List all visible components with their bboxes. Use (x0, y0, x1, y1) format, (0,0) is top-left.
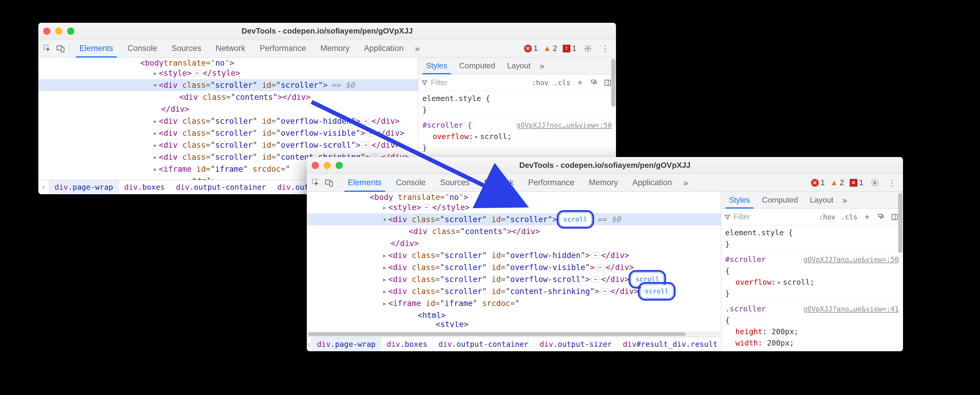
breadcrumb-item[interactable]: div.output-sizer (534, 337, 617, 351)
collapse-arrow-icon[interactable]: ▾ (152, 79, 158, 91)
warnings-badge[interactable]: ▲ 2 (830, 178, 844, 187)
expand-value-icon[interactable]: ▸ (474, 132, 479, 141)
expand-arrow-icon[interactable]: ▸ (382, 273, 388, 285)
dom-line-selected[interactable]: ▾ <div class="scroller" id="scroller"> =… (38, 79, 418, 91)
errors-badge[interactable]: ✕ 1 (524, 44, 538, 53)
ellipsis-pill[interactable]: ⋯ (422, 204, 431, 211)
inspect-element-icon[interactable] (41, 43, 53, 54)
dom-line[interactable]: ▸ <iframe id="iframe" srcdoc=" (307, 297, 721, 309)
breadcrumb-item[interactable]: div.page-wrap (312, 337, 382, 351)
side-tab-styles[interactable]: Styles (420, 57, 453, 74)
expand-arrow-icon[interactable]: ▸ (382, 285, 388, 297)
settings-icon[interactable] (869, 177, 881, 189)
css-property[interactable]: height: 200px; (725, 326, 899, 338)
expand-arrow-icon[interactable]: ▸ (382, 261, 388, 273)
dom-line[interactable]: ▸ <div class="scroller" id="overflow-hid… (38, 115, 418, 127)
expand-arrow-icon[interactable]: ▸ (152, 163, 158, 175)
more-tabs-icon[interactable]: » (411, 43, 423, 54)
new-style-rule-icon[interactable]: + (862, 212, 872, 222)
minimize-window-button[interactable] (324, 162, 331, 169)
close-window-button[interactable] (312, 162, 319, 169)
expand-value-icon[interactable]: ▸ (777, 278, 782, 287)
breadcrumb-item[interactable]: div.output-container (170, 180, 272, 194)
kebab-menu-icon[interactable]: ⋮ (599, 43, 611, 54)
expand-arrow-icon[interactable]: ▸ (382, 297, 388, 309)
tab-sources[interactable]: Sources (165, 40, 208, 57)
settings-icon[interactable] (582, 43, 594, 54)
more-tabs-icon[interactable]: » (680, 177, 692, 189)
tab-network[interactable]: Network (209, 40, 252, 57)
tab-performance[interactable]: Performance (522, 174, 581, 192)
hov-toggle[interactable]: :hov (818, 213, 837, 221)
dom-line[interactable]: <html> (307, 309, 721, 321)
tab-memory[interactable]: Memory (582, 174, 625, 192)
cls-toggle[interactable]: .cls (840, 213, 859, 221)
dom-line[interactable]: <body translate="no"> (307, 193, 721, 201)
side-more-tabs-icon[interactable]: » (536, 57, 548, 74)
rule-scroller[interactable]: gOVpXJJ?noc…ue&view=:50 #scroller { over… (422, 119, 612, 154)
paint-icon[interactable] (589, 77, 599, 88)
expand-arrow-icon[interactable]: ▸ (152, 115, 158, 127)
expand-arrow-icon[interactable]: ▸ (382, 201, 388, 213)
dom-line[interactable]: <div class="contents"></div> (38, 91, 418, 103)
dom-line[interactable]: ▸ <div class="scroller" id="overflow-vis… (307, 261, 721, 273)
rule-element-style[interactable]: element.style { } (422, 93, 612, 116)
tab-elements[interactable]: Elements (341, 174, 388, 192)
breadcrumb-item[interactable]: div.boxes (119, 180, 170, 194)
hov-toggle[interactable]: :hov (531, 79, 549, 87)
dom-line[interactable]: ▸ <div class="scroller" id="overflow-vis… (38, 127, 418, 139)
minimize-window-button[interactable] (55, 27, 62, 35)
ellipsis-pill[interactable]: ⋯ (362, 118, 370, 124)
vertical-scrollbar[interactable] (898, 193, 902, 350)
expand-arrow-icon[interactable]: ▸ (152, 67, 158, 79)
inspect-element-icon[interactable] (310, 177, 322, 189)
ellipsis-pill[interactable]: ⋯ (362, 142, 370, 148)
expand-arrow-icon[interactable]: ▸ (152, 139, 158, 151)
side-tab-styles[interactable]: Styles (723, 192, 756, 209)
styles-body[interactable]: element.style { } gOVpXJJ?ano…ue&view=:5… (721, 225, 903, 351)
collapse-arrow-icon[interactable]: ▾ (382, 213, 388, 225)
side-tab-computed[interactable]: Computed (453, 57, 501, 74)
tab-sources[interactable]: Sources (434, 174, 476, 192)
breadcrumb-item[interactable]: div.page-wrap (49, 180, 119, 194)
side-tab-layout[interactable]: Layout (501, 57, 536, 74)
close-window-button[interactable] (43, 27, 50, 35)
device-toolbar-icon[interactable] (54, 43, 67, 54)
expand-arrow-icon[interactable]: ▸ (382, 249, 388, 261)
tab-elements[interactable]: Elements (73, 40, 120, 57)
dom-line[interactable]: </div> (38, 103, 418, 115)
dom-line[interactable]: <style> (307, 321, 721, 327)
rule-source-link[interactable]: gOVpXJJ?noc…ue&view=:50 (517, 119, 612, 131)
dom-line[interactable]: ▸ <div class="scroller" id="overflow-scr… (307, 273, 721, 285)
warnings-badge[interactable]: ▲ 2 (543, 44, 557, 53)
scroll-badge[interactable]: scroll (559, 212, 592, 226)
errors-badge[interactable]: ✕ 1 (811, 178, 825, 187)
kebab-menu-icon[interactable]: ⋮ (886, 177, 898, 189)
rule-source-link[interactable]: gOVpXJJ?ano…ue&view=:50 (803, 254, 899, 265)
css-property[interactable]: width: 200px; (725, 338, 899, 349)
side-tab-layout[interactable]: Layout (804, 192, 839, 209)
tab-console[interactable]: Console (121, 40, 164, 57)
dom-line[interactable]: ▸ <style> ⋯ </style> (307, 201, 721, 213)
issues-badge[interactable]: ! 1 (563, 44, 576, 53)
dom-line[interactable]: </div> (307, 237, 721, 249)
zoom-window-button[interactable] (336, 162, 343, 169)
tab-application[interactable]: Application (358, 40, 410, 57)
cls-toggle[interactable]: .cls (553, 79, 572, 87)
styles-filter-input[interactable]: Filter (421, 78, 528, 87)
horizontal-scrollbar[interactable] (307, 331, 720, 337)
styles-filter-input[interactable]: Filter (724, 212, 815, 221)
scroll-badge[interactable]: scroll (640, 284, 673, 298)
expand-arrow-icon[interactable]: ▸ (152, 127, 158, 139)
tab-network[interactable]: Network (477, 174, 520, 192)
device-toolbar-icon[interactable] (323, 177, 335, 189)
breadcrumb-item[interactable]: div.output-container (433, 337, 534, 351)
dom-line[interactable]: ▸ <style> ⋯ </style> (38, 67, 418, 79)
rule-scroller-id[interactable]: gOVpXJJ?ano…ue&view=:50 #scroller { over… (725, 254, 899, 299)
tab-memory[interactable]: Memory (314, 40, 356, 57)
rule-scroller-class[interactable]: gOVpXJJ?ano…ue&view=:41 .scroller { heig… (725, 303, 899, 349)
tab-performance[interactable]: Performance (253, 40, 313, 57)
paint-icon[interactable] (875, 212, 886, 222)
new-style-rule-icon[interactable]: + (574, 77, 585, 88)
expand-arrow-icon[interactable]: ▸ (152, 151, 158, 163)
